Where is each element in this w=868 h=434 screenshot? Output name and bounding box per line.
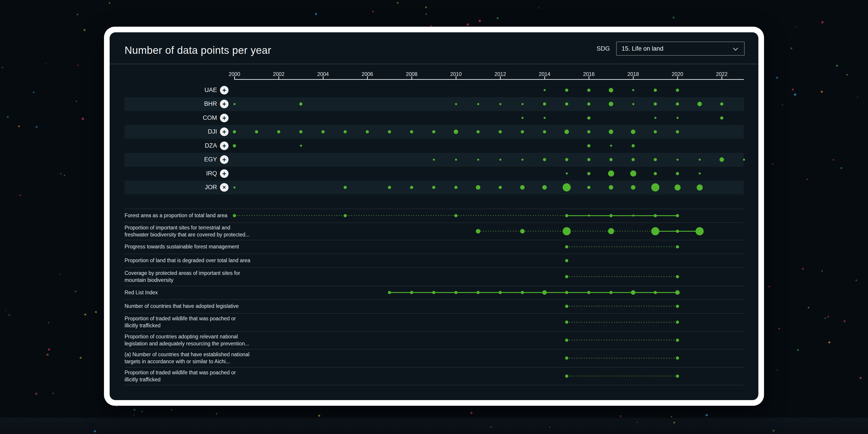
indicator-data-point-dot — [695, 227, 704, 235]
indicator-data-point-dot — [454, 214, 458, 217]
data-point-dot — [651, 183, 659, 191]
data-point-dot — [699, 173, 701, 175]
indicator-label: Proportion of traded wildlife that was p… — [125, 313, 310, 331]
indicator-data-point-dot — [610, 291, 613, 294]
dashboard-card: Number of data points per year SDG 15. L… — [104, 27, 764, 406]
indicator-data-point-dot — [676, 339, 679, 342]
background-speck — [20, 195, 21, 196]
data-point-dot — [499, 103, 501, 105]
indicator-data-point-dot — [565, 320, 568, 324]
background-speck — [825, 318, 826, 319]
indicator-data-point-dot — [520, 229, 525, 234]
indicator-data-point-dot — [476, 291, 480, 294]
data-point-dot — [300, 145, 302, 147]
indicator-data-point-dot — [588, 215, 590, 217]
background-speck — [48, 322, 49, 323]
background-speck — [53, 393, 54, 394]
background-speck — [116, 405, 118, 407]
background-speck — [808, 307, 809, 308]
indicator-data-point-dot — [610, 214, 613, 217]
country-label: JOR — [125, 184, 217, 191]
data-point-dot — [566, 173, 568, 175]
background-speck — [33, 92, 35, 93]
data-point-dot — [563, 183, 571, 191]
background-speck — [46, 354, 49, 355]
expand-icon[interactable]: + — [220, 169, 228, 178]
background-speck — [59, 274, 60, 275]
background-speck — [776, 77, 778, 79]
country-label: DJI — [125, 128, 217, 135]
timeline-dotted-segment — [567, 276, 677, 277]
indicator-data-point-dot — [454, 291, 458, 294]
indicator-data-point-dot — [565, 214, 568, 217]
indicator-data-point-dot — [565, 291, 568, 294]
card-reflection-band — [0, 418, 868, 434]
background-speck — [397, 2, 399, 4]
data-point-dot — [743, 159, 745, 161]
expand-icon[interactable]: + — [220, 127, 228, 136]
indicator-data-point-dot — [565, 275, 568, 278]
background-speck — [620, 415, 622, 417]
background-speck — [80, 357, 82, 359]
data-point-dot — [587, 116, 590, 120]
chevron-down-icon — [733, 46, 738, 51]
timeline-dotted-segment — [567, 322, 677, 322]
data-point-dot — [234, 186, 236, 188]
indicator-data-point-dot — [565, 305, 568, 308]
indicator-data-point-dot — [676, 356, 679, 360]
data-point-dot — [233, 144, 236, 147]
indicator-data-point-dot — [388, 291, 391, 294]
background-speck — [36, 126, 37, 128]
data-point-dot — [587, 144, 590, 147]
background-speck — [76, 101, 77, 102]
indicator-data-point-dot — [654, 291, 657, 294]
data-point-dot — [677, 159, 679, 161]
expand-icon[interactable]: + — [220, 114, 228, 122]
expand-icon[interactable]: + — [220, 155, 228, 164]
indicator-data-point-dot — [565, 339, 568, 342]
timeline-dotted-segment — [567, 246, 677, 247]
indicator-label: Red List Index — [125, 286, 310, 299]
expand-icon[interactable]: + — [220, 100, 228, 108]
country-label: UAE — [125, 87, 217, 94]
background-speck — [857, 96, 858, 97]
indicator-label: Progress towards sustainable forest mana… — [125, 240, 310, 254]
timeline-dotted-segment — [567, 358, 677, 359]
background-speck — [84, 29, 86, 31]
background-speck — [841, 167, 842, 169]
background-speck — [706, 414, 708, 416]
background-speck — [216, 413, 217, 414]
collapse-icon[interactable]: ✕ — [220, 183, 228, 192]
sdg-selected-value: 15. Life on land — [617, 45, 663, 52]
background-speck — [95, 311, 97, 313]
data-point-dot — [632, 89, 634, 91]
sdg-select-dropdown[interactable]: 15. Life on land — [616, 41, 745, 56]
background-speck — [35, 393, 37, 395]
background-speck — [792, 89, 794, 90]
background-speck — [772, 163, 773, 164]
indicator-data-point-dot — [563, 227, 571, 235]
background-speck — [18, 125, 20, 127]
background-speck — [64, 175, 65, 176]
background-speck — [828, 316, 829, 317]
indicator-data-point-dot — [654, 214, 657, 217]
timeline-dotted-segment — [567, 306, 677, 307]
timeline-dotted-segment — [567, 376, 677, 376]
indicator-data-point-dot — [542, 290, 547, 295]
data-point-dot — [654, 117, 656, 119]
background-speck — [133, 409, 135, 411]
country-label: DZA — [125, 142, 217, 149]
expand-icon[interactable]: + — [220, 86, 228, 94]
country-label: BHR — [125, 100, 217, 107]
data-point-dot — [610, 145, 612, 147]
data-point-dot — [720, 116, 723, 120]
background-speck — [109, 2, 110, 3]
data-point-dot — [587, 89, 590, 92]
data-point-dot — [234, 103, 236, 105]
indicator-data-point-dot — [676, 320, 679, 324]
data-point-dot — [630, 170, 636, 177]
background-speck — [782, 104, 783, 105]
indicator-label: (a) Number of countries that have establ… — [125, 349, 310, 367]
expand-icon[interactable]: + — [220, 142, 228, 150]
background-speck — [430, 25, 432, 26]
